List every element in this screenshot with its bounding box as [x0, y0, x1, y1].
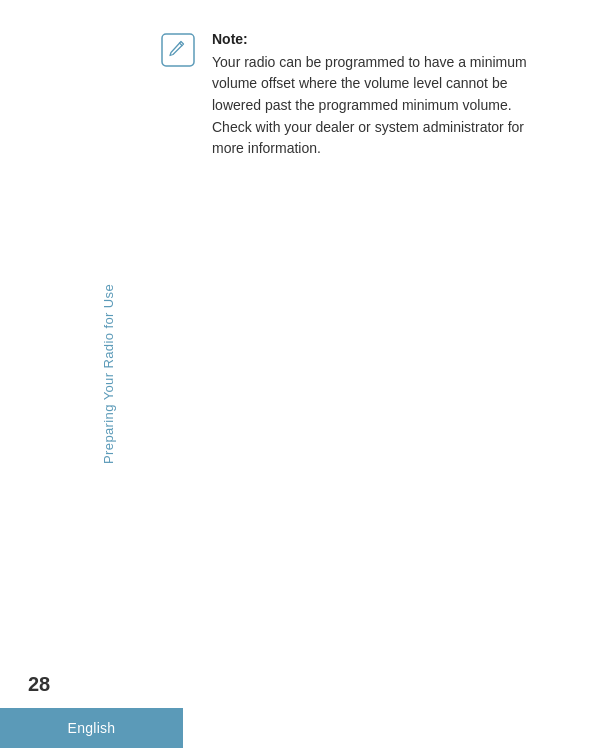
- language-label: English: [68, 720, 116, 736]
- note-body: Your radio can be programmed to have a m…: [212, 52, 555, 160]
- edit-note-icon: [160, 32, 196, 68]
- note-text-block: Note: Your radio can be programmed to ha…: [212, 30, 555, 160]
- note-section: Note: Your radio can be programmed to ha…: [0, 0, 615, 180]
- page-content: Preparing Your Radio for Use Note: Your …: [0, 0, 615, 748]
- note-title: Note:: [212, 30, 555, 50]
- sidebar-chapter-label: Preparing Your Radio for Use: [101, 284, 116, 464]
- page-number: 28: [28, 673, 50, 696]
- footer-bar: English: [0, 708, 183, 748]
